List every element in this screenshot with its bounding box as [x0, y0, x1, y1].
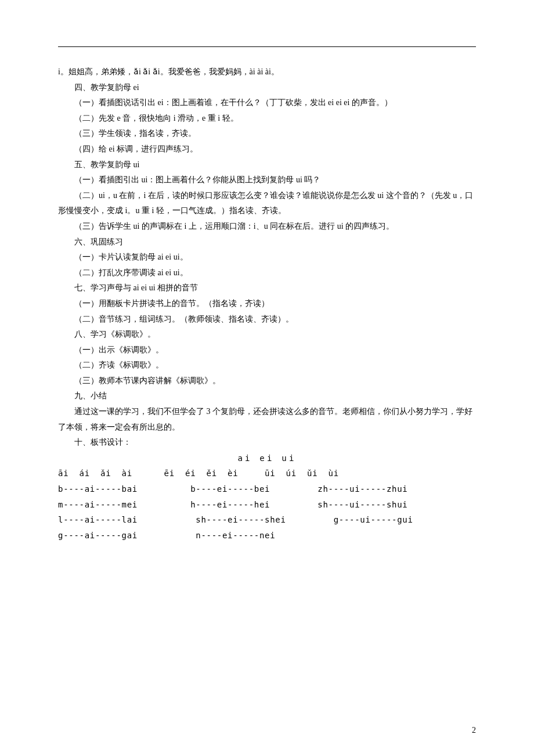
board-row: g----ai-----gai n----ei-----nei	[58, 528, 476, 543]
body-text: （一）看插图引出 ui：图上画着什么？你能从图上找到复韵母 ui 吗？	[58, 172, 476, 188]
section-heading: 九、小结	[58, 388, 476, 404]
board-row: āi ái ǎi ài ēi éi ěi èi ūi úi ǔi ùi	[58, 466, 476, 481]
body-text: （三）告诉学生 ui 的声调标在 i 上，运用顺口溜：i、u 同在标在后。进行 …	[58, 219, 476, 235]
section-heading: 七、学习声母与 ai ei ui 相拼的音节	[58, 280, 476, 296]
top-rule	[58, 46, 476, 47]
body-text: （二）ui，u 在前，i 在后，读的时候口形应该怎么变？谁会读？谁能说说你是怎么…	[58, 188, 476, 219]
section-heading: 五、教学复韵母 ui	[58, 157, 476, 173]
board-row: m----ai-----mei h----ei-----hei sh----ui…	[58, 497, 476, 513]
section-heading: 八、学习《标调歌》。	[58, 327, 476, 343]
body-text: （一）卡片认读复韵母 ai ei ui。	[58, 250, 476, 265]
body-text: i。姐姐高，弟弟矮，ǎi ǎi ǎi。我爱爸爸，我爱妈妈，ài ài ài。	[58, 64, 476, 80]
body-text: （二）音节练习，组词练习。（教师领读、指名读、齐读）。	[58, 312, 476, 327]
section-heading: 六、巩固练习	[58, 235, 476, 250]
section-heading: 十、板书设计：	[58, 435, 476, 451]
document-page: i。姐姐高，弟弟矮，ǎi ǎi ǎi。我爱爸爸，我爱妈妈，ài ài ài。 四…	[0, 0, 534, 756]
body-text: （一）用翻板卡片拼读书上的音节。（指名读，齐读）	[58, 296, 476, 312]
board-row: l----ai-----lai sh----ei-----shei g----u…	[58, 512, 476, 528]
body-text: （一）出示《标调歌》。	[58, 343, 476, 358]
page-number: 2	[472, 723, 476, 739]
body-text: （二）先发 e 音，很快地向 i 滑动，e 重 i 轻。	[58, 111, 476, 127]
body-text: （三）学生领读，指名读，齐读。	[58, 126, 476, 142]
body-text: （三）教师本节课内容讲解《标调歌》。	[58, 373, 476, 389]
body-text: （四）给 ei 标调，进行四声练习。	[58, 142, 476, 157]
body-text: （二）齐读《标调歌》。	[58, 358, 476, 373]
body-text: 通过这一课的学习，我们不但学会了 3 个复韵母，还会拼读这么多的音节。老师相信，…	[58, 404, 476, 435]
section-heading: 四、教学复韵母 ei	[58, 80, 476, 96]
body-text: （二）打乱次序带调读 ai ei ui。	[58, 265, 476, 281]
board-row: b----ai-----bai b----ei-----bei zh----ui…	[58, 481, 476, 497]
body-text: （一）看插图说话引出 ei：图上画着谁，在干什么？（丁丁砍柴，发出 ei ei …	[58, 95, 476, 111]
board-title-row: ai ei ui	[58, 451, 476, 466]
